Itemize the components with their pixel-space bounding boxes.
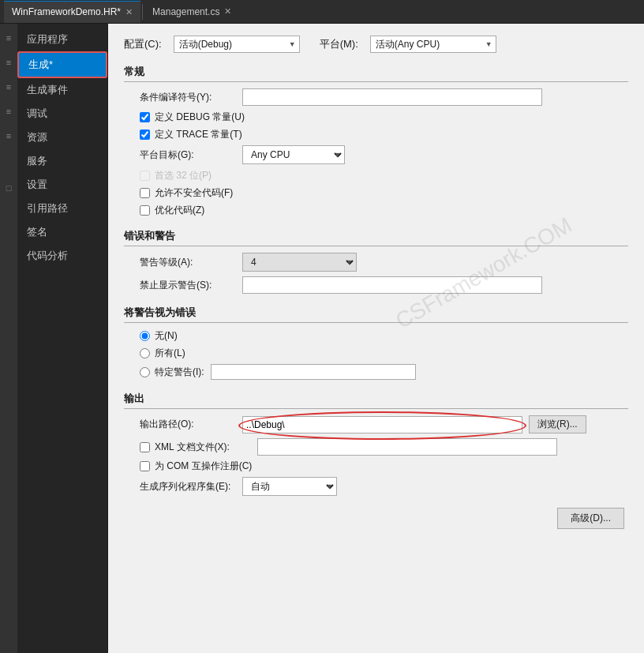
define-trace-checkbox[interactable] [140,129,150,140]
treat-all-label: 所有(L) [155,347,185,360]
section-treat-warnings-title: 将警告视为错误 [124,306,628,323]
sidebar-item-signing[interactable]: 签名 [17,220,107,244]
treat-all-row: 所有(L) [124,347,628,360]
browse-button[interactable]: 浏览(R)... [529,415,586,433]
tab-winframework-close[interactable]: ✕ [125,7,133,17]
sidebar-item-application[interactable]: 应用程序 [17,28,107,51]
tab-management-label: Management.cs [152,6,219,17]
warning-level-select-wrapper: 4 [242,253,357,272]
icon-bar-item-3[interactable]: ≡ [2,81,15,93]
advanced-row: 高级(D)... [124,508,628,529]
suppress-warnings-input[interactable] [242,276,542,294]
output-path-label: 输出路径(O): [140,418,242,431]
platform-target-row: 平台目标(G): Any CPU [124,145,628,164]
allow-unsafe-row: 允许不安全代码(F) [124,186,628,200]
treat-none-radio[interactable] [140,331,150,341]
sidebar-item-code-analysis[interactable]: 代码分析 [17,244,107,268]
xml-doc-input[interactable] [257,438,557,456]
config-row: 配置(C): 活动(Debug) 平台(M): 活动(Any CPU) [124,36,628,53]
tab-winframework-label: WinFrameworkDemo.HR* [12,6,121,17]
optimize-checkbox[interactable] [140,205,150,216]
icon-bar-item-5[interactable]: ≡ [2,129,15,142]
section-treat-warnings: 将警告视为错误 无(N) 所有(L) 特定警告(I): [124,306,628,380]
icon-bar-item-2[interactable]: ≡ [2,56,15,69]
sidebar: 应用程序 生成* 生成事件 调试 资源 服务 设置 引用路径 签名 代码分析 [17,24,108,653]
define-trace-row: 定义 TRACE 常量(T) [124,128,628,141]
section-general: 常规 条件编译符号(Y): 定义 DEBUG 常量(U) 定义 TRACE 常量… [124,65,628,217]
config-select[interactable]: 活动(Debug) [174,36,300,53]
serialize-select-wrapper: 自动 [242,477,337,496]
suppress-warnings-label: 禁止显示警告(S): [140,279,242,292]
allow-unsafe-label: 允许不安全代码(F) [155,186,233,200]
sidebar-item-build-events[interactable]: 生成事件 [17,78,107,102]
tab-management-close[interactable]: ✕ [224,6,231,17]
icon-bar-item-6[interactable]: □ [2,182,15,194]
suppress-warnings-row: 禁止显示警告(S): [124,276,628,294]
sidebar-item-reference-paths[interactable]: 引用路径 [17,197,107,220]
treat-none-label: 无(N) [155,329,178,343]
config-label: 配置(C): [124,37,162,51]
section-output-title: 输出 [124,392,628,409]
define-debug-checkbox[interactable] [140,112,150,122]
tab-winframework[interactable]: WinFrameworkDemo.HR* ✕ [4,1,140,23]
platform-select[interactable]: 活动(Any CPU) [370,36,496,53]
com-interop-checkbox[interactable] [140,461,150,471]
section-errors-title: 错误和警告 [124,229,628,246]
sidebar-item-resources[interactable]: 资源 [17,126,107,149]
serialize-select[interactable]: 自动 [242,477,337,496]
output-path-input[interactable] [242,416,522,433]
optimize-row: 优化代码(Z) [124,204,628,217]
xml-doc-checkbox[interactable] [140,442,150,452]
left-icon-bar: ≡ ≡ ≡ ≡ ≡ □ [0,24,17,653]
treat-none-row: 无(N) [124,329,628,343]
prefer32bit-row: 首选 32 位(P) [124,169,628,182]
icon-bar-item-1[interactable]: ≡ [2,32,15,44]
advanced-button[interactable]: 高级(D)... [557,508,624,529]
treat-specific-label: 特定警告(I): [155,366,204,379]
optimize-label: 优化代码(Z) [155,204,204,217]
platform-target-select[interactable]: Any CPU [242,145,345,164]
platform-select-wrapper: 活动(Any CPU) [370,36,496,53]
content-area: CSFramework.COM 配置(C): 活动(Debug) 平台(M): … [108,24,644,653]
sidebar-item-services[interactable]: 服务 [17,149,107,173]
define-trace-label: 定义 TRACE 常量(T) [155,128,242,141]
tab-management[interactable]: Management.cs ✕ [144,1,239,23]
xml-doc-label: XML 文档文件(X): [155,441,257,454]
serialize-row: 生成序列化程序集(E): 自动 [124,477,628,496]
warning-level-row: 警告等级(A): 4 [124,253,628,272]
prefer32bit-checkbox [140,171,150,181]
treat-specific-radio[interactable] [140,367,150,377]
conditional-compilation-label: 条件编译符号(Y): [140,91,242,104]
section-errors: 错误和警告 警告等级(A): 4 禁止显示警告(S): [124,229,628,294]
com-interop-row: 为 COM 互操作注册(C) [124,460,628,473]
xml-doc-row: XML 文档文件(X): [124,438,628,456]
tab-divider [142,4,143,20]
sidebar-item-settings[interactable]: 设置 [17,173,107,197]
allow-unsafe-checkbox[interactable] [140,188,150,198]
com-interop-label: 为 COM 互操作注册(C) [155,460,252,473]
tab-bar: WinFrameworkDemo.HR* ✕ Management.cs ✕ [0,0,644,24]
conditional-compilation-input[interactable] [242,88,542,106]
sidebar-item-build[interactable]: 生成* [17,51,107,78]
warning-level-select[interactable]: 4 [242,253,357,272]
platform-target-label: 平台目标(G): [140,148,242,162]
main-layout: ≡ ≡ ≡ ≡ ≡ □ 应用程序 生成* 生成事件 调试 资源 服务 设置 引用… [0,24,644,653]
section-output: 输出 输出路径(O): 浏览(R)... XML 文档文件(X): 为 COM … [124,392,628,496]
treat-specific-input[interactable] [211,364,416,380]
section-general-title: 常规 [124,65,628,82]
platform-target-select-wrapper: Any CPU [242,145,345,164]
warning-level-label: 警告等级(A): [140,256,242,269]
output-path-row: 输出路径(O): 浏览(R)... [124,415,628,433]
prefer32bit-label: 首选 32 位(P) [155,169,212,182]
serialize-label: 生成序列化程序集(E): [140,480,242,494]
treat-all-radio[interactable] [140,348,150,358]
config-select-wrapper: 活动(Debug) [174,36,300,53]
sidebar-item-debug[interactable]: 调试 [17,102,107,126]
define-debug-row: 定义 DEBUG 常量(U) [124,111,628,124]
treat-specific-row: 特定警告(I): [124,364,628,380]
platform-label: 平台(M): [320,37,358,51]
conditional-compilation-row: 条件编译符号(Y): [124,88,628,106]
icon-bar-item-4[interactable]: ≡ [2,105,15,118]
define-debug-label: 定义 DEBUG 常量(U) [155,111,245,124]
